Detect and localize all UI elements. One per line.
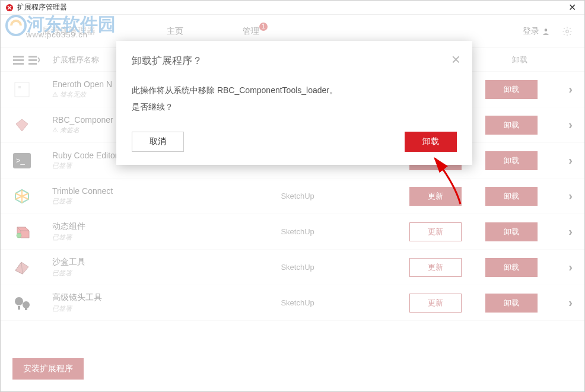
dialog-body: 此操作将从系统中移除 RBC_ComponentTools_loader。 是否… <box>132 82 457 115</box>
dialog-cancel-button[interactable]: 取消 <box>132 132 184 152</box>
app-icon <box>5 4 14 12</box>
window-close-button[interactable]: ✕ <box>565 2 580 13</box>
dialog-title: 卸载扩展程序？ <box>132 54 457 68</box>
titlebar: 扩展程序管理器 ✕ <box>1 1 584 15</box>
window-title: 扩展程序管理器 <box>17 2 565 12</box>
dialog-message-2: 是否继续？ <box>132 98 457 115</box>
dialog-confirm-button[interactable]: 卸载 <box>405 132 457 152</box>
dialog-message-1: 此操作将从系统中移除 RBC_ComponentTools_loader。 <box>132 82 457 98</box>
uninstall-dialog: 卸载扩展程序？ × 此操作将从系统中移除 RBC_ComponentTools_… <box>116 41 472 165</box>
dialog-close-button[interactable]: × <box>452 52 460 67</box>
